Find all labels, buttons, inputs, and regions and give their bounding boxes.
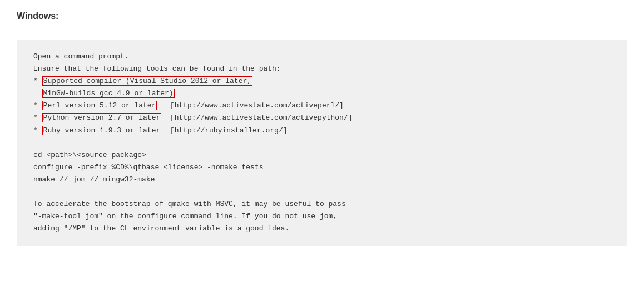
code-line-python: * Python version 2.7 or later [http://ww…	[33, 112, 611, 124]
highlighted-perl: Perl version 5.12 or later	[42, 101, 157, 110]
perl-suffix: [http://www.activestate.com/activeperl/]	[157, 101, 343, 110]
highlighted-ruby: Ruby version 1.9.3 or later	[42, 126, 162, 135]
code-line-compiler-1: * Supported compiler (Visual Studio 2012…	[33, 75, 611, 87]
code-line-nmake: nmake // jom // mingw32-make	[33, 174, 611, 186]
code-line-open-prompt: Open a command prompt.	[33, 51, 611, 63]
line-prefix-indent	[33, 89, 42, 97]
line-prefix-ruby: *	[33, 126, 42, 135]
line-prefix-perl: *	[33, 101, 42, 110]
code-line-make-tool: "-make-tool jom" on the configure comman…	[33, 210, 611, 223]
code-block: Open a command prompt. Ensure that the f…	[17, 40, 627, 246]
code-line-cd: cd <path>\<source_package>	[33, 149, 611, 161]
section-divider	[17, 28, 627, 28]
code-line-configure: configure -prefix %CD%\qtbase <license> …	[33, 161, 611, 174]
line-prefix: *	[33, 77, 42, 85]
highlighted-compiler: Supported compiler (Visual Studio 2012 o…	[42, 76, 252, 86]
code-line-ruby: * Ruby version 1.9.3 or later [http://ru…	[33, 125, 611, 137]
code-line-adding-mp: adding "/MP" to the CL environment varia…	[33, 223, 611, 235]
highlighted-python: Python version 2.7 or later	[42, 113, 162, 122]
highlighted-mingw: MinGW-builds gcc 4.9 or later)	[42, 89, 175, 98]
code-line-ensure: Ensure that the following tools can be f…	[33, 63, 611, 75]
ruby-suffix: [http://rubyinstaller.org/]	[161, 126, 287, 135]
code-line-accelerate: To accelerate the bootstrap of qmake wit…	[33, 198, 611, 210]
python-suffix: [http://www.activestate.com/activepython…	[161, 114, 352, 122]
section-heading: Windows:	[17, 11, 627, 21]
line-prefix-python: *	[33, 114, 42, 122]
code-line-compiler-2: MinGW-builds gcc 4.9 or later)	[33, 87, 611, 100]
empty-line-1	[33, 137, 611, 149]
windows-section: Windows: Open a command prompt. Ensure t…	[17, 11, 627, 246]
empty-line-2	[33, 186, 611, 198]
code-line-perl: * Perl version 5.12 or later [http://www…	[33, 100, 611, 112]
